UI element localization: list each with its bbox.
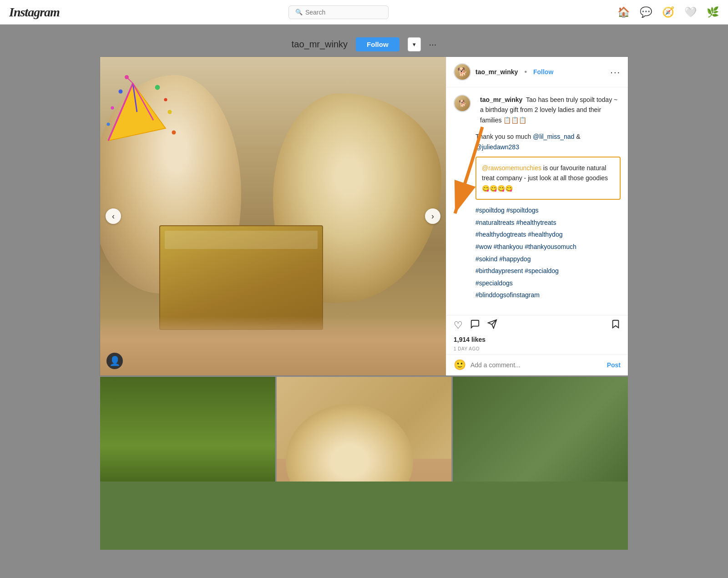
separator-dot: • [524, 68, 527, 76]
avatar-image: 🐕 [457, 67, 467, 77]
mention-2[interactable]: @juliedawn283 [475, 143, 519, 151]
highlight-box: @rawsomemunchies is our favourite natura… [475, 157, 621, 200]
heart-icon[interactable]: 🤍 [684, 6, 697, 18]
post-comment-button[interactable]: Post [607, 361, 621, 369]
post-modal: ‹ › 👤 🐕 tao_mr_winky • Follow ··· [100, 57, 628, 375]
follow-button[interactable]: Follow [356, 37, 399, 51]
bookmark-button[interactable] [611, 319, 621, 332]
post-username[interactable]: tao_mr_winky [475, 68, 518, 76]
more-options-button[interactable]: ··· [429, 39, 437, 50]
caption-thank-you: Thank you so much @lil_miss_nad & @julie… [475, 132, 621, 152]
caption-avatar[interactable]: 🐕 [454, 95, 471, 112]
caption-block: 🐕 tao_mr_winky Tao has been truly spoilt… [454, 95, 621, 125]
search-input[interactable] [305, 9, 378, 16]
comment-button[interactable] [470, 319, 480, 332]
post-caption-area: 🐕 tao_mr_winky Tao has been truly spoilt… [446, 87, 628, 315]
prev-image-button[interactable]: ‹ [106, 208, 121, 224]
user-icon: 👤 [106, 353, 123, 369]
profile-username: tao_mr_winky [292, 39, 348, 50]
caption-continuation: Thank you so much @lil_miss_nad & @julie… [475, 132, 621, 301]
compass-icon[interactable]: 🧭 [662, 6, 674, 18]
image-background [100, 57, 446, 375]
mention-1[interactable]: @lil_miss_nad [533, 133, 574, 140]
messenger-icon[interactable]: 💬 [640, 6, 652, 18]
rawsome-mention[interactable]: @rawsomemunchies [482, 164, 541, 172]
share-button[interactable] [487, 319, 497, 332]
post-container: ‹ › 👤 🐕 tao_mr_winky • Follow ··· [100, 57, 628, 550]
profile-bar: tao_mr_winky Follow ▾ ··· [0, 25, 728, 57]
caption-avatar-img: 🐕 [459, 98, 466, 108]
comment-input[interactable] [470, 361, 602, 369]
next-image-button[interactable]: › [425, 208, 440, 224]
post-image: ‹ › 👤 [100, 57, 446, 375]
hashtags-block: #spoiltdog #spoiltdogs#naturaltreats #he… [475, 204, 621, 301]
dropdown-button[interactable]: ▾ [408, 37, 421, 51]
activity-icon[interactable]: 🌿 [707, 6, 719, 18]
main-content: tao_mr_winky Follow ▾ ··· [0, 25, 728, 578]
likes-count: 1,914 likes [454, 336, 485, 343]
top-navigation: Instagram 🔍 🏠 💬 🧭 🤍 🌿 [0, 0, 728, 25]
comment-input-area: 🙂 Post [446, 354, 628, 375]
instagram-logo[interactable]: Instagram [9, 5, 60, 20]
likes-section: 1,914 likes [446, 334, 628, 345]
search-icon: 🔍 [295, 9, 303, 15]
caption-username[interactable]: tao_mr_winky [480, 96, 522, 103]
post-header: 🐕 tao_mr_winky • Follow ··· [446, 57, 628, 87]
post-timestamp: 1 DAY AGO [446, 345, 628, 354]
search-bar[interactable]: 🔍 [288, 5, 389, 19]
emoji-button[interactable]: 🙂 [454, 359, 466, 371]
hashtags-text: #spoiltdog #spoiltdogs#naturaltreats #he… [475, 207, 576, 299]
post-more-button[interactable]: ··· [610, 67, 621, 77]
home-icon[interactable]: 🏠 [617, 6, 630, 18]
inline-follow-button[interactable]: Follow [533, 68, 553, 76]
post-actions: ♡ [446, 315, 628, 334]
floor [100, 316, 446, 375]
like-button[interactable]: ♡ [454, 319, 463, 331]
treat-box [159, 225, 323, 330]
caption-text: tao_mr_winky Tao has been truly spoilt t… [480, 95, 621, 125]
bottom-thumbnails [100, 377, 628, 550]
nav-icons-group: 🏠 💬 🧭 🤍 🌿 [617, 6, 719, 18]
logo-text: Instagram [9, 5, 60, 20]
post-right-panel: 🐕 tao_mr_winky • Follow ··· 🐕 tao_mr_win… [446, 57, 628, 375]
thumbnail-3[interactable] [453, 377, 628, 550]
post-avatar[interactable]: 🐕 [454, 63, 471, 81]
